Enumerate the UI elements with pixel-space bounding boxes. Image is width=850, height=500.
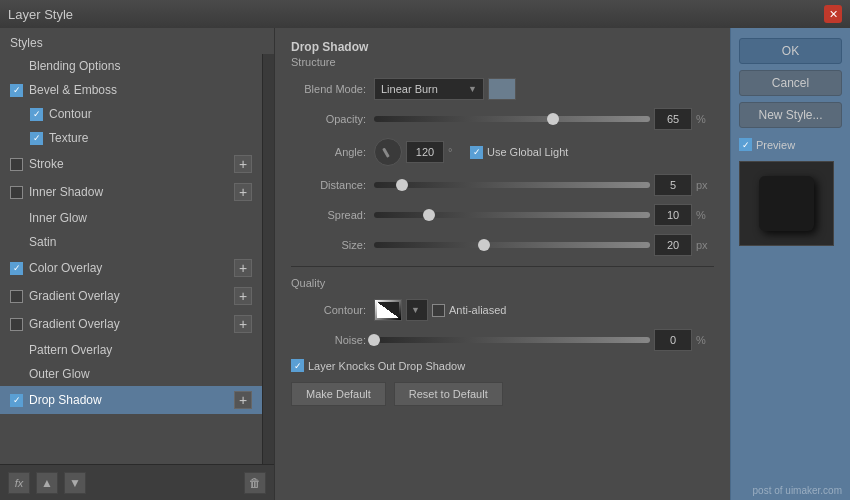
title-bar: Layer Style ✕ [0,0,850,28]
spread-row: Spread: % [291,204,714,226]
checkbox-color-overlay[interactable] [10,262,23,275]
checkbox-contour[interactable] [30,108,43,121]
fx-button[interactable]: fx [8,472,30,494]
checkbox-stroke[interactable] [10,158,23,171]
distance-slider[interactable] [374,182,650,188]
chevron-down-icon: ▼ [468,84,477,94]
left-panel-inner: Blending OptionsBevel & EmbossContourTex… [0,54,274,464]
sidebar-item-outer-glow[interactable]: Outer Glow [0,362,262,386]
noise-row: Noise: % [291,329,714,351]
sidebar-item-gradient-overlay1[interactable]: Gradient Overlay+ [0,282,262,310]
knocks-out-label[interactable]: Layer Knocks Out Drop Shadow [291,359,465,372]
watermark-bottom: post of uimaker.com [753,485,842,496]
distance-input[interactable] [654,174,692,196]
contour-picker[interactable] [374,299,402,321]
sidebar-item-bevel-emboss[interactable]: Bevel & Emboss [0,78,262,102]
move-down-button[interactable]: ▼ [64,472,86,494]
noise-slider[interactable] [374,337,650,343]
sidebar-item-inner-shadow[interactable]: Inner Shadow+ [0,178,262,206]
delete-button[interactable]: 🗑 [244,472,266,494]
angle-row: Angle: ° Use Global Light [291,138,714,166]
add-button-color-overlay[interactable]: + [234,259,252,277]
label-inner-glow: Inner Glow [29,211,252,225]
label-drop-shadow: Drop Shadow [29,393,234,407]
spread-input[interactable] [654,204,692,226]
checkbox-bevel-emboss[interactable] [10,84,23,97]
opacity-control: % [374,108,714,130]
middle-panel: Drop Shadow Structure Blend Mode: Linear… [275,28,730,500]
distance-thumb[interactable] [396,179,408,191]
angle-label: Angle: [291,146,366,158]
spread-slider[interactable] [374,212,650,218]
distance-label: Distance: [291,179,366,191]
contour-dropdown[interactable]: ▼ [406,299,428,321]
noise-control: % [374,329,714,351]
sidebar-item-satin[interactable]: Satin [0,230,262,254]
reset-default-button[interactable]: Reset to Default [394,382,503,406]
sidebar-item-stroke[interactable]: Stroke+ [0,150,262,178]
opacity-input[interactable] [654,108,692,130]
size-slider[interactable] [374,242,650,248]
checkbox-texture[interactable] [30,132,43,145]
preview-label: Preview [739,138,842,151]
anti-alias-checkbox[interactable] [432,304,445,317]
spread-control: % [374,204,714,226]
knocks-out-checkbox[interactable] [291,359,304,372]
move-up-button[interactable]: ▲ [36,472,58,494]
label-inner-shadow: Inner Shadow [29,185,234,199]
sidebar-item-inner-glow[interactable]: Inner Glow [0,206,262,230]
left-panel-footer: fx ▲ ▼ 🗑 [0,464,274,500]
global-light-label[interactable]: Use Global Light [470,146,568,159]
add-button-drop-shadow[interactable]: + [234,391,252,409]
checkbox-gradient-overlay1[interactable] [10,290,23,303]
add-button-gradient-overlay2[interactable]: + [234,315,252,333]
spread-thumb[interactable] [423,209,435,221]
noise-label: Noise: [291,334,366,346]
angle-dial[interactable] [374,138,402,166]
dialog-title: Layer Style [8,7,824,22]
global-light-checkbox[interactable] [470,146,483,159]
blend-mode-value: Linear Burn [381,83,438,95]
size-input[interactable] [654,234,692,256]
add-button-stroke[interactable]: + [234,155,252,173]
add-button-inner-shadow[interactable]: + [234,183,252,201]
sidebar-item-texture[interactable]: Texture [0,126,262,150]
sidebar-item-drop-shadow[interactable]: Drop Shadow+ [0,386,262,414]
label-bevel-emboss: Bevel & Emboss [29,83,252,97]
scrollbar[interactable] [262,54,274,464]
blend-mode-control: Linear Burn ▼ [374,78,714,100]
label-blending-options: Blending Options [29,59,252,73]
angle-input[interactable] [406,141,444,163]
label-stroke: Stroke [29,157,234,171]
sidebar-item-color-overlay[interactable]: Color Overlay+ [0,254,262,282]
new-style-button[interactable]: New Style... [739,102,842,128]
noise-input[interactable] [654,329,692,351]
opacity-label: Opacity: [291,113,366,125]
sidebar-item-gradient-overlay2[interactable]: Gradient Overlay+ [0,310,262,338]
label-gradient-overlay1: Gradient Overlay [29,289,234,303]
sidebar-item-contour[interactable]: Contour [0,102,262,126]
opacity-slider[interactable] [374,116,650,122]
add-button-gradient-overlay1[interactable]: + [234,287,252,305]
size-unit: px [696,239,714,251]
sidebar-item-blending-options[interactable]: Blending Options [0,54,262,78]
make-default-button[interactable]: Make Default [291,382,386,406]
spread-unit: % [696,209,714,221]
close-button[interactable]: ✕ [824,5,842,23]
ok-button[interactable]: OK [739,38,842,64]
cancel-button[interactable]: Cancel [739,70,842,96]
noise-thumb[interactable] [368,334,380,346]
anti-alias-label[interactable]: Anti-aliased [432,304,506,317]
blend-mode-dropdown[interactable]: Linear Burn ▼ [374,78,484,100]
checkbox-gradient-overlay2[interactable] [10,318,23,331]
opacity-thumb[interactable] [547,113,559,125]
contour-arrow-icon: ▼ [411,305,420,315]
size-thumb[interactable] [478,239,490,251]
preview-checkbox[interactable] [739,138,752,151]
blend-color-swatch[interactable] [488,78,516,100]
checkbox-inner-shadow[interactable] [10,186,23,199]
sidebar-item-pattern-overlay[interactable]: Pattern Overlay [0,338,262,362]
section-title: Drop Shadow [291,40,714,54]
noise-unit: % [696,334,714,346]
checkbox-drop-shadow[interactable] [10,394,23,407]
